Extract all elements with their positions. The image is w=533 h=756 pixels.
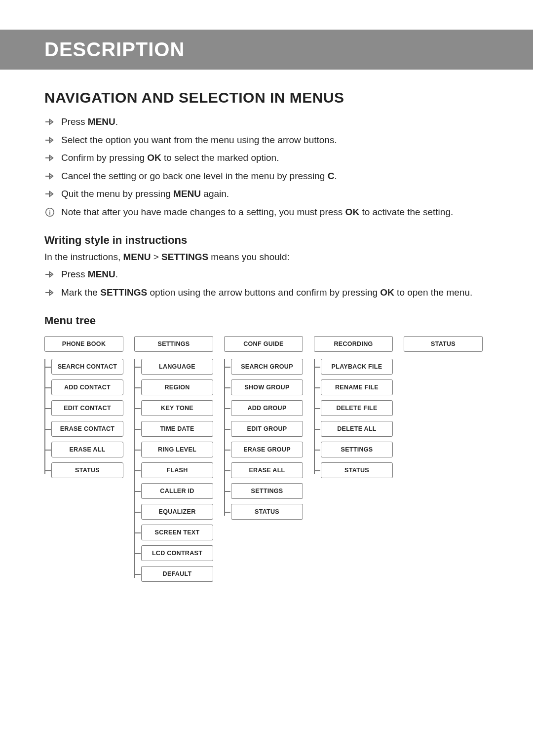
intro-bold2: SETTINGS [161, 252, 208, 262]
menu-tree-item: RENAME FILE [321, 379, 393, 395]
step-text: Confirm by pressing OK to select the mar… [61, 151, 489, 165]
step-item: Cancel the setting or go back one level … [44, 169, 489, 184]
step-item: Press MENU. [44, 115, 489, 129]
menu-tree-column: RECORDINGPLAYBACK FILERENAME FILEDELETE … [314, 336, 393, 587]
menu-tree-root: STATUS [404, 336, 483, 352]
menu-tree-item: SETTINGS [231, 483, 303, 499]
menu-tree-item: KEY TONE [141, 400, 213, 416]
menu-tree-column: PHONE BOOKSEARCH CONTACTADD CONTACTEDIT … [44, 336, 123, 587]
menu-tree-item: TIME DATE [141, 421, 213, 437]
menu-tree-branch: SEARCH CONTACTADD CONTACTEDIT CONTACTERA… [44, 359, 123, 483]
menu-tree-item: ERASE ALL [51, 442, 123, 457]
arrow-right-icon [44, 152, 55, 163]
step-item: Quit the menu by pressing MENU again. [44, 187, 489, 201]
menu-tree-item: PLAYBACK FILE [321, 359, 393, 375]
menu-tree-item: EQUALIZER [141, 504, 213, 520]
menu-tree-root: PHONE BOOK [44, 336, 123, 352]
arrow-right-icon [44, 269, 55, 280]
menu-tree-item: CALLER ID [141, 483, 213, 499]
step-text: Note that after you have made changes to… [61, 205, 489, 220]
arrow-right-icon [44, 116, 55, 127]
step-text: Select the option you want from the menu… [61, 133, 489, 148]
step-text: Mark the SETTINGS option using the arrow… [61, 286, 489, 300]
step-text: Cancel the setting or go back one level … [61, 169, 489, 184]
step-item: Press MENU. [44, 267, 489, 282]
info-icon [44, 207, 55, 218]
menu-tree-item: EDIT CONTACT [51, 400, 123, 416]
menu-tree-item: SEARCH CONTACT [51, 359, 123, 375]
step-item: Mark the SETTINGS option using the arrow… [44, 286, 489, 300]
arrow-right-icon [44, 189, 55, 199]
menu-tree-column: SETTINGSLANGUAGEREGIONKEY TONETIME DATER… [134, 336, 213, 587]
menu-tree-item: DEFAULT [141, 566, 213, 582]
menu-tree-item: DELETE ALL [321, 421, 393, 437]
menu-tree-item: EDIT GROUP [231, 421, 303, 437]
intro-mid: > [151, 252, 161, 262]
steps-list-1: Press MENU.Select the option you want fr… [44, 115, 489, 219]
menu-tree-item: FLASH [141, 462, 213, 478]
writing-style-intro: In the instructions, MENU > SETTINGS mea… [44, 252, 489, 263]
arrow-right-icon [44, 171, 55, 182]
menu-tree-item: SHOW GROUP [231, 379, 303, 395]
step-text: Press MENU. [61, 267, 489, 282]
intro-pre: In the instructions, [44, 252, 123, 262]
menu-tree-item: SETTINGS [321, 442, 393, 457]
subsection-menu-tree: Menu tree [44, 314, 489, 327]
svg-point-1 [49, 210, 50, 210]
step-text: Quit the menu by pressing MENU again. [61, 187, 489, 201]
section-heading: NAVIGATION AND SELECTION IN MENUS [44, 89, 489, 106]
menu-tree-item: ERASE CONTACT [51, 421, 123, 437]
page: DESCRIPTION NAVIGATION AND SELECTION IN … [0, 30, 533, 756]
menu-tree: PHONE BOOKSEARCH CONTACTADD CONTACTEDIT … [44, 336, 489, 587]
menu-tree-branch: PLAYBACK FILERENAME FILEDELETE FILEDELET… [314, 359, 393, 483]
menu-tree-item: ERASE ALL [231, 462, 303, 478]
intro-bold1: MENU [123, 252, 151, 262]
menu-tree-item: STATUS [321, 462, 393, 478]
menu-tree-branch: LANGUAGEREGIONKEY TONETIME DATERING LEVE… [134, 359, 213, 587]
menu-tree-column: STATUS [404, 336, 483, 587]
content-area: NAVIGATION AND SELECTION IN MENUS Press … [0, 70, 533, 587]
menu-tree-item: SEARCH GROUP [231, 359, 303, 375]
step-item: Note that after you have made changes to… [44, 205, 489, 220]
menu-tree-root: RECORDING [314, 336, 393, 352]
menu-tree-root: CONF GUIDE [224, 336, 303, 352]
menu-tree-item: ADD CONTACT [51, 379, 123, 395]
menu-tree-item: LANGUAGE [141, 359, 213, 375]
menu-tree-item: REGION [141, 379, 213, 395]
intro-post: means you should: [208, 252, 290, 262]
menu-tree-item: STATUS [231, 504, 303, 520]
menu-tree-column: CONF GUIDESEARCH GROUPSHOW GROUPADD GROU… [224, 336, 303, 587]
step-item: Select the option you want from the menu… [44, 133, 489, 148]
menu-tree-root: SETTINGS [134, 336, 213, 352]
menu-tree-item: ERASE GROUP [231, 442, 303, 457]
subsection-writing-style: Writing style in instructions [44, 234, 489, 247]
menu-tree-branch: SEARCH GROUPSHOW GROUPADD GROUPEDIT GROU… [224, 359, 303, 525]
steps-list-2: Press MENU.Mark the SETTINGS option usin… [44, 267, 489, 300]
menu-tree-item: STATUS [51, 462, 123, 478]
arrow-right-icon [44, 135, 55, 146]
menu-tree-item: SCREEN TEXT [141, 525, 213, 540]
menu-tree-item: LCD CONTRAST [141, 545, 213, 561]
banner-title: DESCRIPTION [0, 30, 533, 70]
step-item: Confirm by pressing OK to select the mar… [44, 151, 489, 165]
menu-tree-item: DELETE FILE [321, 400, 393, 416]
step-text: Press MENU. [61, 115, 489, 129]
menu-tree-item: RING LEVEL [141, 442, 213, 457]
arrow-right-icon [44, 287, 55, 298]
menu-tree-item: ADD GROUP [231, 400, 303, 416]
